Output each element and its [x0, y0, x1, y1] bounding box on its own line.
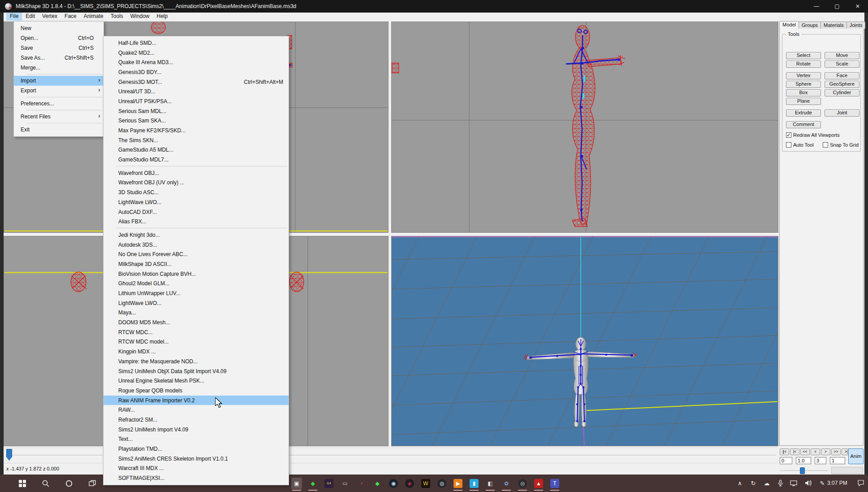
taskbar-icon-projector[interactable]: ◧ — [485, 478, 496, 489]
anim-current-frame-field[interactable]: 1.0 — [796, 457, 811, 464]
taskbar-icon-sc4[interactable]: S4 — [324, 478, 334, 489]
volume-icon[interactable] — [802, 478, 814, 488]
menu-item-warcraft-iii-mdx[interactable]: Warcraft III MDX ... — [104, 464, 289, 474]
menu-item-serious-sam-ska[interactable]: Serious Sam SKA... — [104, 116, 289, 126]
menubar-item-face[interactable]: Face — [61, 13, 80, 21]
anim-end-frame-field[interactable]: 3 — [815, 457, 826, 464]
taskbar-icon-steam[interactable]: ◉ — [388, 478, 399, 489]
taskbar-icon-ffxiv[interactable]: ◈ — [404, 478, 415, 489]
taskbar-icon-wow[interactable]: W — [420, 478, 431, 489]
taskbar-icon-milkshape[interactable]: ▣ — [291, 478, 302, 489]
menubar-item-help[interactable]: Help — [153, 13, 171, 21]
face-button[interactable]: Face — [825, 72, 859, 79]
menu-item-gamestudio-a5-mdl[interactable]: GameStudio A5 MDL... — [104, 145, 289, 155]
menu-item-playstation-tmd[interactable]: Playstation TMD... — [104, 444, 289, 454]
start-button[interactable] — [17, 478, 28, 489]
menu-item-save[interactable]: SaveCtrl+S — [14, 43, 104, 53]
menu-item-export[interactable]: Export› — [14, 86, 104, 96]
menu-item-half-life-smd[interactable]: Half-Life SMD... — [104, 38, 289, 48]
taskbar-icon-teams[interactable]: T — [549, 478, 560, 489]
update-icon[interactable]: ↻ — [747, 478, 759, 488]
fast-forward-button[interactable]: >> — [831, 448, 841, 455]
anim-mini-slider-thumb[interactable] — [800, 467, 805, 474]
menu-item-sims2-unimesh-import-v4-09[interactable]: Sims2 UniMesh Import V4.09 — [104, 425, 289, 435]
menu-item-alias-fbx[interactable]: Alias FBX... — [104, 217, 289, 226]
menu-item-no-one-lives-forever-abc[interactable]: No One Lives Forever ABC... — [104, 249, 289, 259]
snap-to-grid-checkbox[interactable]: Snap To Grid — [823, 142, 859, 148]
menu-item-maya[interactable]: Maya... — [104, 308, 289, 318]
menu-item-exit[interactable]: Exit — [14, 125, 104, 135]
menu-item-sims2-animesh-cres-skeleton-import-v1-0-1[interactable]: Sims2 AniMesh CRES Skeleton Import V1.0.… — [104, 454, 289, 464]
menu-item-autocad-dxf[interactable]: AutoCAD DXF... — [104, 207, 289, 217]
rotate-button[interactable]: Rotate — [786, 61, 821, 68]
menu-item-lightwave-lwo[interactable]: LightWave LWO... — [104, 298, 289, 308]
menubar-item-window[interactable]: Window — [127, 13, 153, 21]
select-button[interactable]: Select — [786, 52, 821, 59]
chevron-up-icon[interactable]: ∧ — [734, 478, 746, 488]
menu-item-unreal-engine-skeletal-mesh-psk[interactable]: Unreal Engine Skeletal Mesh PSK... — [104, 376, 289, 386]
menu-item-rtcw-mdc-model[interactable]: RTCW MDC model... — [104, 337, 289, 347]
menu-item-biovision-motion-capture-bvh[interactable]: BioVision Motion Capture BVH... — [104, 269, 289, 279]
geosphere-button[interactable]: GeoSphere — [825, 81, 859, 88]
menu-item-new[interactable]: New — [14, 23, 104, 33]
keyframe-slider-thumb[interactable] — [6, 449, 12, 461]
menu-item-open[interactable]: Open...Ctrl+O — [14, 33, 104, 43]
menu-item-genesis3d-bdy[interactable]: Genesis3D BDY... — [104, 67, 289, 77]
menu-item-unreal-ut-3d[interactable]: Unreal/UT 3D... — [104, 87, 289, 96]
fast-back-button[interactable]: << — [800, 448, 810, 455]
first-frame-button[interactable]: ∥< — [780, 448, 789, 455]
tab-joints[interactable]: Joints — [846, 22, 866, 29]
taskbar-icon-overwatch[interactable]: ◍ — [436, 478, 447, 489]
network-icon[interactable] — [788, 478, 799, 488]
menu-item-jedi-knight-3do[interactable]: Jedi Knight 3do... — [104, 230, 289, 240]
menubar-item-tools[interactable]: Tools — [107, 13, 127, 21]
action-center-icon[interactable] — [855, 478, 867, 488]
menu-item-wavefront-obj[interactable]: Wavefront OBJ... — [104, 168, 289, 178]
tab-groups[interactable]: Groups — [799, 22, 821, 29]
menu-item-serious-sam-mdl[interactable]: Serious Sam MDL... — [104, 106, 289, 116]
taskbar-icon-sims-plumbob[interactable]: ◆ — [307, 478, 318, 489]
taskbar-icon-media-player[interactable]: ▶ — [453, 478, 463, 489]
comment-button[interactable]: Comment — [786, 121, 821, 128]
cortana-icon[interactable] — [64, 478, 74, 489]
menu-item-import[interactable]: Import› — [14, 76, 104, 86]
anim-fps-field[interactable]: 1 — [830, 457, 845, 464]
menu-item-gamestudio-mdl7[interactable]: GameStudio MDL7... — [104, 155, 289, 165]
menu-item-wavefront-obj-uv-only[interactable]: Wavefront OBJ (UV only) ... — [104, 178, 289, 188]
menu-item-raw[interactable]: RAW... — [104, 405, 289, 415]
close-button[interactable]: ✕ — [847, 0, 868, 13]
menu-item-max-payne-kf2-kfs-skd[interactable]: Max Payne KF2/KFS/SKD... — [104, 126, 289, 135]
pen-icon[interactable]: ✎ — [816, 478, 828, 488]
extrude-button[interactable]: Extrude — [786, 109, 821, 117]
menu-item-milkshape-3d-ascii[interactable]: MilkShape 3D ASCII... — [104, 259, 289, 269]
menu-item-rogue-spear-qob-models[interactable]: Rogue Spear QOB models — [104, 386, 289, 396]
prev-keyframe-button[interactable]: |< — [790, 448, 799, 455]
microphone-icon[interactable] — [774, 478, 786, 488]
menu-item-lightwave-lwo[interactable]: LightWave LWO... — [104, 197, 289, 207]
viewport-3d[interactable] — [391, 236, 778, 446]
taskbar-icon-red-gauge[interactable]: ◔ — [356, 478, 367, 489]
menu-item-autodesk-3ds[interactable]: Autodesk 3DS... — [104, 240, 289, 250]
cylinder-button[interactable]: Cylinder — [825, 89, 859, 96]
sphere-button[interactable]: Sphere — [786, 81, 821, 88]
maximize-button[interactable]: ▢ — [827, 0, 847, 13]
auto-tool-checkbox[interactable]: Auto Tool — [786, 142, 814, 148]
menu-item-quake2-md2[interactable]: Quake2 MD2... — [104, 48, 289, 58]
plane-button[interactable]: Plane — [786, 98, 821, 105]
anim-toggle-button[interactable]: Anim — [848, 448, 864, 464]
menubar-item-vertex[interactable]: Vertex — [39, 13, 61, 21]
menubar-item-edit[interactable]: Edit — [22, 13, 39, 21]
step-back-button[interactable]: < — [811, 448, 820, 455]
menu-item-kingpin-mdx[interactable]: Kingpin MDX ... — [104, 347, 289, 357]
menubar-item-file[interactable]: File — [6, 13, 22, 21]
menu-item-3d-studio-asc[interactable]: 3D Studio ASC... — [104, 187, 289, 197]
menu-item-softimage-xsi[interactable]: SOFTIMAGE|XSI... — [104, 473, 289, 483]
menu-item-sims2-unimesh-objx-data-split-import-v4-09[interactable]: Sims2 UniMesh ObjX Data Split Import V4.… — [104, 366, 289, 376]
menu-item-genesis3d-mot[interactable]: Genesis3D MOT...Ctrl+Shift+Alt+M — [104, 77, 289, 87]
viewport-side[interactable] — [391, 22, 778, 233]
task-view-icon[interactable] — [87, 478, 98, 489]
menu-item-vampire-the-masquerade-nod[interactable]: Vampire: the Masquerade NOD... — [104, 357, 289, 366]
menu-item-merge[interactable]: Merge... — [14, 63, 104, 73]
menu-item-refractor2-sm[interactable]: Refractor2 SM... — [104, 415, 289, 425]
joint-button[interactable]: Joint — [825, 109, 859, 117]
